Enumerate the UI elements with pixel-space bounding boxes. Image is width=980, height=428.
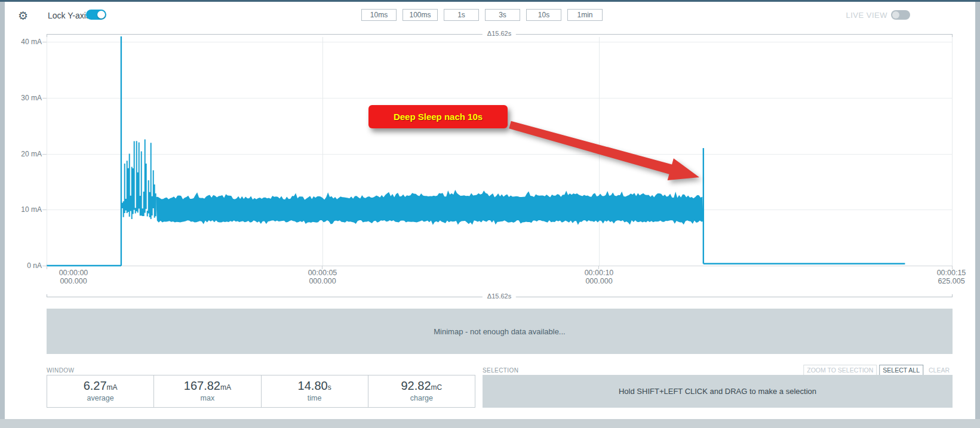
stat-max: 167.82mA max <box>153 375 260 407</box>
time-button-100ms[interactable]: 100ms <box>403 9 438 21</box>
stat-value-row: 92.82mC <box>368 379 475 393</box>
ruler-tick <box>952 294 953 297</box>
time-button-3s[interactable]: 3s <box>485 9 520 21</box>
live-view-label: LIVE VIEW <box>834 11 887 20</box>
y-axis-tick <box>42 42 47 42</box>
current-waveform <box>47 35 953 268</box>
x-label-time: 00:00:15 <box>924 269 978 277</box>
x-label-ms: 625.005 <box>924 277 978 285</box>
select-all-button[interactable]: SELECT ALL <box>879 365 923 375</box>
x-axis-label-5s: 00:00:05 000.000 <box>296 269 349 285</box>
clear-selection-button[interactable]: CLEAR <box>926 365 953 375</box>
x-label-time: 00:00:05 <box>296 269 349 277</box>
toggle-knob <box>97 11 105 19</box>
window-stats: 6.27mA average 167.82mA max 14.80s time … <box>47 375 475 408</box>
toggle-knob <box>892 11 899 19</box>
current-chart-plot[interactable]: Deep Sleep nach 10s <box>47 35 953 268</box>
annotation-arrow-icon <box>505 116 708 188</box>
y-axis-label-0na: 0 nA <box>5 261 42 270</box>
stat-unit: mA <box>220 383 231 392</box>
y-axis-tick <box>42 266 47 266</box>
time-button-10s[interactable]: 10s <box>526 9 561 21</box>
stat-value: 92.82 <box>401 379 431 392</box>
minimap[interactable]: Minimap - not enough data available... <box>47 309 953 354</box>
stat-unit: mC <box>431 383 443 392</box>
time-button-1s[interactable]: 1s <box>444 9 479 21</box>
x-label-ms: 000.000 <box>47 277 100 285</box>
ruler-tick <box>47 294 47 297</box>
selection-panel-title: SELECTION <box>483 367 518 374</box>
selection-buttons: ZOOM TO SELECTION SELECT ALL CLEAR <box>801 365 953 375</box>
window-panel-title: WINDOW <box>47 367 74 374</box>
settings-gear-icon[interactable]: ⚙︎ <box>18 9 28 23</box>
y-axis-label-30ma: 30 mA <box>5 94 42 102</box>
stat-unit: s <box>328 383 331 392</box>
x-axis-label-15s: 00:00:15 625.005 <box>924 269 978 285</box>
stat-average: 6.27mA average <box>47 375 153 407</box>
selection-hint-message: Hold SHIFT+LEFT CLICK and DRAG to make a… <box>619 387 816 396</box>
stat-charge: 92.82mC charge <box>368 375 475 407</box>
time-button-10ms[interactable]: 10ms <box>361 9 397 21</box>
stat-value-row: 14.80s <box>262 379 368 393</box>
time-window-buttons: 10ms 100ms 1s 3s 10s 1min <box>361 9 609 21</box>
selection-info-box: Hold SHIFT+LEFT CLICK and DRAG to make a… <box>483 375 953 408</box>
y-axis-tick <box>42 154 47 155</box>
stat-time: 14.80s time <box>261 375 368 407</box>
y-axis-label-10ma: 10 mA <box>5 205 42 214</box>
stat-label: max <box>154 394 260 402</box>
stat-value: 14.80 <box>298 379 328 392</box>
stat-value-row: 6.27mA <box>47 379 153 393</box>
stat-label: time <box>262 394 368 402</box>
minimap-message: Minimap - not enough data available... <box>434 327 565 336</box>
window-span-label-bottom: Δ15.62s <box>483 292 516 300</box>
stat-label: average <box>47 394 153 402</box>
window-frame-bottom <box>0 419 980 428</box>
stat-label: charge <box>368 394 475 402</box>
stat-value: 6.27 <box>84 379 107 392</box>
stat-value: 167.82 <box>184 379 220 392</box>
stat-unit: mA <box>107 383 118 392</box>
x-label-ms: 000.000 <box>296 277 349 285</box>
y-axis-label-40ma: 40 mA <box>5 38 42 46</box>
power-profiler-app: ⚙︎ Lock Y-axis 10ms 100ms 1s 3s 10s 1min… <box>5 2 975 419</box>
lock-y-axis-label: Lock Y-axis <box>48 11 90 20</box>
zoom-to-selection-button[interactable]: ZOOM TO SELECTION <box>803 365 877 375</box>
x-axis-label-0s: 00:00:00 000.000 <box>47 269 100 285</box>
x-label-time: 00:00:00 <box>47 269 100 277</box>
stat-value-row: 167.82mA <box>154 379 260 393</box>
time-button-1min[interactable]: 1min <box>567 9 603 21</box>
y-axis-label-20ma: 20 mA <box>5 150 42 158</box>
y-axis-tick <box>42 210 47 210</box>
live-view-toggle[interactable] <box>891 10 910 20</box>
x-label-time: 00:00:10 <box>572 269 626 277</box>
x-axis-label-10s: 00:00:10 000.000 <box>572 269 626 285</box>
y-axis-tick <box>42 98 47 98</box>
x-label-ms: 000.000 <box>572 277 626 285</box>
lock-y-axis-toggle[interactable] <box>86 10 106 20</box>
deep-sleep-annotation: Deep Sleep nach 10s <box>368 105 508 128</box>
